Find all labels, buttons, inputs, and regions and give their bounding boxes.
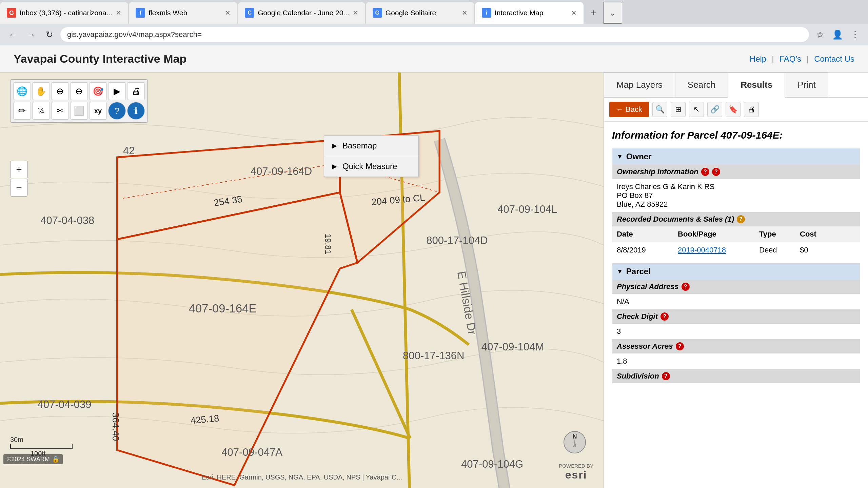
basemap-menu-item[interactable]: ▶ Basemap xyxy=(324,136,418,156)
quick-measure-menu-item[interactable]: ▶ Quick Measure xyxy=(324,156,418,177)
quick-measure-arrow-icon: ▶ xyxy=(332,163,337,170)
basemap-arrow-icon: ▶ xyxy=(332,142,337,149)
zoom-in-tool[interactable]: ⊕ xyxy=(51,82,69,100)
panel-zoom-button[interactable]: 🔍 xyxy=(652,102,667,117)
pan-tool[interactable]: ✋ xyxy=(32,82,50,100)
panel-bookmark-button[interactable]: 🔖 xyxy=(726,102,741,117)
tab-solitaire-close[interactable]: ✕ xyxy=(462,9,468,17)
svg-text:364.40: 364.40 xyxy=(111,412,121,441)
panel-link-button[interactable]: 🔗 xyxy=(707,102,722,117)
tab-interactive-map-close[interactable]: ✕ xyxy=(571,9,577,17)
tab-search[interactable]: Search xyxy=(675,73,728,97)
tab-print[interactable]: Print xyxy=(785,73,828,97)
assessor-acres-help-icon[interactable]: ? xyxy=(676,342,684,350)
toolbar-row-2: ✏ ¼ ✂ ⬜ xy ? ℹ xyxy=(13,102,145,120)
forward-tool[interactable]: ▶ xyxy=(108,82,126,100)
crosshair-tool[interactable]: 🎯 xyxy=(89,82,107,100)
parcel-section-header[interactable]: ▼ Parcel xyxy=(612,263,860,280)
zoom-out-tool[interactable]: ⊖ xyxy=(70,82,88,100)
header-links: Help | FAQ's | Contact Us xyxy=(750,54,854,64)
cut-tool[interactable]: ✂ xyxy=(51,102,69,120)
check-digit-help-icon[interactable]: ? xyxy=(660,312,669,321)
globe-tool[interactable]: 🌐 xyxy=(13,82,31,100)
check-digit-label: Check Digit ? xyxy=(612,309,860,324)
svg-text:407-09-104L: 407-09-104L xyxy=(497,203,557,215)
tab-gmail[interactable]: G Inbox (3,376) - catinarizona... ✕ xyxy=(0,2,128,24)
eraser-tool[interactable]: ⬜ xyxy=(70,102,88,120)
panel-grid-button[interactable]: ⊞ xyxy=(671,102,686,117)
main-app: Yavapai County Interactive Map Help | FA… xyxy=(0,45,868,488)
tab-flexmls-close[interactable]: ✕ xyxy=(225,9,231,17)
physical-address-label: Physical Address ? xyxy=(612,280,860,294)
tab-calendar-label: Google Calendar - June 20... xyxy=(258,9,349,17)
book-page-link[interactable]: 2019-0040718 xyxy=(678,246,759,255)
panel-select-button[interactable]: ↖ xyxy=(689,102,704,117)
north-arrow: N xyxy=(563,430,587,454)
profile-icon[interactable]: 👤 xyxy=(830,27,845,42)
subdivision-help-icon[interactable]: ? xyxy=(662,372,670,380)
tab-calendar-close[interactable]: ✕ xyxy=(353,9,358,17)
svg-text:407-09-164D: 407-09-164D xyxy=(251,165,312,177)
recorded-docs-table-header: Date Book/Page Type Cost xyxy=(612,226,860,242)
browser-toolbar: ☆ 👤 ⋮ xyxy=(812,27,863,42)
bookmark-star-icon[interactable]: ☆ xyxy=(812,27,827,42)
back-nav-button[interactable]: ← xyxy=(5,27,20,42)
parcel-info: Information for Parcel 407-09-164E: ▼ Ow… xyxy=(604,122,868,488)
reload-button[interactable]: ↻ xyxy=(42,27,57,42)
tab-results[interactable]: Results xyxy=(728,73,785,98)
ownership-info-icon[interactable]: ? xyxy=(712,168,720,176)
tab-flexmls-label: flexmls Web xyxy=(149,9,221,17)
more-tabs-button[interactable]: ⌄ xyxy=(603,2,622,24)
svg-text:N: N xyxy=(573,433,577,440)
zoom-out-button[interactable]: − xyxy=(10,179,28,197)
owner-section-label: Owner xyxy=(626,152,652,161)
zoom-controls: + − xyxy=(10,161,28,197)
physical-address-help-icon[interactable]: ? xyxy=(682,283,690,291)
faq-link[interactable]: FAQ's xyxy=(779,54,801,64)
panel-print-button[interactable]: 🖨 xyxy=(744,102,759,117)
toolbar-row-1: 🌐 ✋ ⊕ ⊖ 🎯 ▶ 🖨 xyxy=(13,82,145,100)
map-area[interactable]: 407-09-164D 407-09-104L 407-04-038 800-1… xyxy=(0,73,604,488)
help-tool[interactable]: ? xyxy=(108,102,126,120)
assessor-acres-label: Assessor Acres ? xyxy=(612,339,860,353)
tab-interactive-map[interactable]: i Interactive Map ✕ xyxy=(475,2,584,24)
svg-text:407-04-038: 407-04-038 xyxy=(40,215,94,226)
info-tool[interactable]: ℹ xyxy=(127,102,145,120)
draw-tool[interactable]: ✏ xyxy=(13,102,31,120)
owner-collapse-icon: ▼ xyxy=(617,153,623,160)
recorded-doc-row: 8/8/2019 2019-0040718 Deed $0 xyxy=(612,242,860,258)
recorded-docs-help-icon[interactable]: ? xyxy=(737,215,745,223)
tab-solitaire-label: Google Solitaire xyxy=(386,9,458,17)
tab-map-layers[interactable]: Map Layers xyxy=(604,73,675,97)
map-canvas: 407-09-164D 407-09-104L 407-04-038 800-1… xyxy=(0,73,604,488)
panel-tabs: Map Layers Search Results Print xyxy=(604,73,868,98)
tab-flexmls[interactable]: f flexmls Web ✕ xyxy=(129,2,237,24)
parcel-title: Information for Parcel 407-09-164E: xyxy=(612,128,860,142)
tab-gmail-close[interactable]: ✕ xyxy=(116,9,121,17)
owner-name-value: Ireys Charles G & Karin K RS PO Box 87 B… xyxy=(612,179,860,212)
scale-bar: 30m 100ft xyxy=(10,436,73,458)
xy-tool[interactable]: xy xyxy=(89,102,107,120)
ownership-help-icon[interactable]: ? xyxy=(701,168,709,176)
tab-solitaire[interactable]: G Google Solitaire ✕ xyxy=(366,2,474,24)
back-button[interactable]: ← Back xyxy=(609,102,649,117)
tab-calendar[interactable]: C Google Calendar - June 20... ✕ xyxy=(238,2,365,24)
svg-text:800-17-136N: 800-17-136N xyxy=(403,350,465,362)
new-tab-button[interactable]: + xyxy=(584,2,603,24)
svg-text:800-17-104D: 800-17-104D xyxy=(426,235,488,246)
zoom-in-button[interactable]: + xyxy=(10,161,28,178)
print-tool[interactable]: 🖨 xyxy=(127,82,145,100)
fraction-tool[interactable]: ¼ xyxy=(32,102,50,120)
parcel-section: ▼ Parcel Physical Address ? N/A Check Di… xyxy=(612,263,860,383)
tab-gmail-label: Inbox (3,376) - catinarizona... xyxy=(20,9,112,17)
contact-link[interactable]: Contact Us xyxy=(814,54,854,64)
tab-bar: G Inbox (3,376) - catinarizona... ✕ f fl… xyxy=(0,0,868,24)
tab-interactive-map-label: Interactive Map xyxy=(495,9,568,17)
more-menu-icon[interactable]: ⋮ xyxy=(848,27,863,42)
help-link[interactable]: Help xyxy=(750,54,766,64)
owner-section-header[interactable]: ▼ Owner xyxy=(612,148,860,165)
forward-nav-button[interactable]: → xyxy=(24,27,39,42)
svg-text:407-04-039: 407-04-039 xyxy=(38,399,92,410)
address-input[interactable] xyxy=(60,27,809,42)
ownership-info-label: Ownership Information ? ? xyxy=(612,165,860,179)
